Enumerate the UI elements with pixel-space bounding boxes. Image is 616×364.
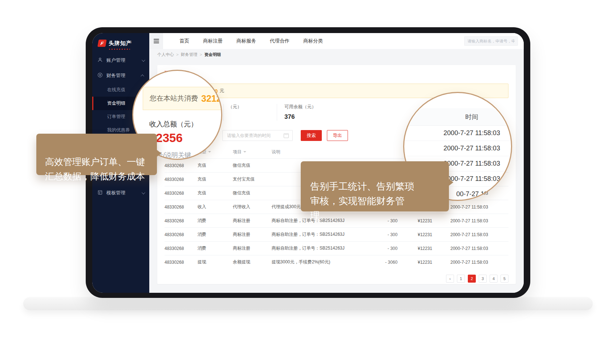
cell-time: 2000-7-27 11:58:03: [450, 205, 508, 210]
logo-tagline-dots: [109, 49, 130, 50]
magnified-time-row: 2000-7-27 11:58:03: [404, 141, 511, 156]
logo-text: 头牌知产: [109, 40, 132, 47]
cell-description: 商标自助注册，订单号：SB2514263J: [272, 231, 370, 238]
brand-logo[interactable]: F 头牌知产: [98, 40, 149, 47]
chevron-down-icon: [142, 191, 145, 194]
cell-order-no: 48330268: [165, 205, 198, 210]
user-icon: [97, 57, 103, 64]
cell-project: 微信充值: [233, 162, 272, 169]
top-nav: 首页商标注册商标服务代理合作商标分类: [173, 33, 330, 49]
magnified-time-header: 时间: [404, 108, 511, 126]
cell-order-no: 48330268: [165, 163, 198, 168]
magnified-stat-label: 收入总额（元）: [149, 120, 198, 129]
pagination-page-1[interactable]: 1: [457, 275, 465, 283]
cell-project: 商标注册: [233, 245, 272, 251]
magnified-banner: 您在本站共消费 32124: [143, 87, 222, 110]
nav-item-5[interactable]: 商标分类: [296, 33, 330, 49]
breadcrumb-item[interactable]: 个人中心: [157, 52, 174, 57]
cell-description: 商标自助注册，订单号：SB2514263J: [272, 245, 370, 251]
magnified-banner-prefix: 您在本站共消费: [150, 94, 198, 103]
callout-left-arrow-icon: [157, 150, 161, 157]
cell-balance: ¥12231: [397, 232, 432, 237]
breadcrumb-item[interactable]: 资金明细: [204, 52, 221, 57]
cell-project: 商标注册: [233, 231, 272, 238]
chevron-down-icon: [142, 58, 145, 62]
pagination-page-2[interactable]: 2: [468, 275, 476, 283]
template-icon: [97, 190, 103, 196]
finance-icon: [97, 72, 103, 79]
cell-type: 充值: [198, 162, 233, 169]
stat-label: （元）: [228, 104, 272, 110]
cell-order-no: 48330268: [165, 177, 198, 182]
cell-amount: - 3060: [370, 260, 398, 265]
stat-available-balance: 可用余额（元） 376: [281, 104, 316, 121]
cell-project: 微信充值: [233, 190, 272, 196]
cell-description: 提现3000元，手续费2%(60元): [272, 259, 370, 265]
pagination-prev-button[interactable]: ‹: [446, 275, 454, 283]
banner-unit: 元: [219, 88, 224, 94]
cell-type: 提现: [198, 259, 233, 265]
table-row: 48330268提现余额提现提现3000元，手续费2%(60元)- 3060¥1…: [165, 255, 508, 269]
cell-time: 2000-7-27 11:58:03: [450, 260, 508, 265]
nav-item-4[interactable]: 代理合作: [263, 33, 296, 49]
nav-item-3[interactable]: 商标服务: [230, 33, 263, 49]
pagination-page-5[interactable]: 5: [500, 275, 508, 283]
search-input[interactable]: [464, 36, 518, 46]
calendar-icon: [284, 133, 289, 138]
callout-right-arrow-icon: [449, 179, 453, 186]
cell-order-no: 48330268: [165, 246, 198, 251]
nav-item-2[interactable]: 商标注册: [196, 33, 230, 49]
cell-time: 2000-7-27 11:58:03: [450, 218, 508, 223]
sidebar-group-3[interactable]: 模板管理: [92, 185, 149, 201]
cell-type: 消费: [198, 245, 233, 251]
pagination-page-3[interactable]: 3: [479, 275, 487, 283]
table-row: 48330268消费商标注册商标自助注册，订单号：SB2514263J- 300…: [165, 241, 508, 255]
export-button[interactable]: 导出: [327, 130, 348, 141]
stat-label: 可用余额（元）: [284, 104, 316, 110]
search-button[interactable]: 搜索: [301, 130, 322, 141]
date-input[interactable]: [226, 133, 284, 138]
callout-left: 高效管理账户订单、一键 汇总数据，降低财务成本: [36, 134, 157, 175]
cell-time: 2000-7-27 11:58:03: [450, 232, 508, 237]
sidebar-group-label: 模板管理: [106, 190, 125, 196]
breadcrumb-item[interactable]: 财务管理: [181, 52, 198, 57]
breadcrumb: 个人中心>财务管理>资金明细: [149, 49, 524, 60]
column-header-4: 说明: [272, 149, 370, 155]
sort-caret-icon: [243, 151, 246, 153]
stat-spend-total: （元）: [228, 104, 272, 113]
chevron-up-icon: [141, 74, 144, 78]
stat-value: 376: [284, 113, 316, 121]
breadcrumb-separator: >: [176, 52, 179, 57]
sidebar-group-2[interactable]: 财务管理: [92, 68, 149, 83]
cell-order-no: 48330268: [165, 191, 198, 196]
hamburger-menu-icon[interactable]: [149, 33, 163, 49]
cell-order-no: 48330268: [165, 260, 198, 265]
cell-project: 代理收入: [233, 204, 272, 210]
laptop-base: [23, 297, 593, 310]
cell-amount: - 300: [370, 232, 398, 237]
stat-divider: [223, 104, 224, 121]
pagination: ‹12345: [165, 275, 508, 283]
callout-left-text: 高效管理账户订单、一键 汇总数据，降低财务成本: [45, 157, 145, 181]
pagination-page-4[interactable]: 4: [490, 275, 498, 283]
breadcrumb-separator: >: [200, 52, 202, 57]
cell-type: 消费: [198, 218, 233, 224]
cell-order-no: 48330268: [165, 218, 198, 223]
card-tabs: 资金明细: [165, 65, 508, 80]
logo-mark-icon: F: [97, 40, 107, 47]
nav-item-1[interactable]: 首页: [173, 33, 196, 49]
magnified-time-row: 2000-7-27 11:58:03: [404, 126, 511, 141]
sidebar-group-label: 财务管理: [106, 72, 125, 79]
cell-project: 支付宝充值: [233, 176, 272, 182]
cell-time: 2000-7-27 11:58:03: [450, 246, 508, 251]
sidebar-group-label: 账户管理: [106, 57, 125, 64]
cell-balance: ¥12231: [397, 246, 432, 251]
cell-type: 收入: [198, 204, 233, 210]
cell-project: 余额提现: [233, 259, 272, 265]
cell-project: 商标注册: [233, 218, 272, 224]
callout-right: 告别手工统计、告别繁琐 审核，实现智能财务管 理。: [301, 161, 449, 211]
date-range-field[interactable]: [222, 130, 293, 141]
column-header-3[interactable]: 项目: [233, 149, 272, 155]
cell-balance: ¥12231: [397, 260, 432, 265]
sidebar-group-1[interactable]: 账户管理: [92, 53, 149, 68]
